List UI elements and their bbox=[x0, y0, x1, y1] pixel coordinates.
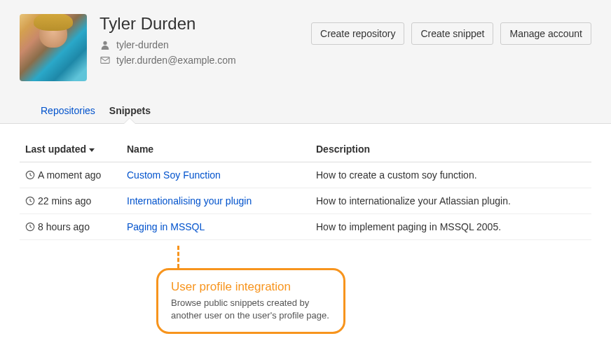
action-buttons: Create repository Create snippet Manage … bbox=[311, 22, 591, 45]
person-icon bbox=[99, 39, 111, 50]
username-text: tyler-durden bbox=[116, 39, 169, 50]
svg-point-0 bbox=[103, 41, 107, 45]
col-header-updated[interactable]: Last updated bbox=[20, 136, 121, 162]
col-header-name[interactable]: Name bbox=[121, 136, 310, 162]
updated-text: A moment ago bbox=[38, 169, 101, 181]
email-row: tyler.durden@example.com bbox=[99, 55, 311, 66]
tabs: Repositories Snippets bbox=[20, 98, 591, 123]
clock-icon bbox=[25, 222, 35, 232]
annotation-callout: User profile integration Browse public s… bbox=[156, 246, 345, 334]
create-snippet-button[interactable]: Create snippet bbox=[411, 22, 493, 45]
updated-text: 22 mins ago bbox=[38, 195, 91, 206]
profile-header: Tyler Durden tyler-durden tyler.durden@e… bbox=[0, 0, 611, 124]
profile-row: Tyler Durden tyler-durden tyler.durden@e… bbox=[20, 14, 591, 98]
callout-connector bbox=[177, 246, 179, 268]
clock-icon bbox=[25, 170, 35, 180]
tab-snippets[interactable]: Snippets bbox=[108, 98, 152, 123]
snippet-link[interactable]: Custom Soy Function bbox=[127, 169, 221, 181]
snippet-link[interactable]: Internationalising your plugin bbox=[127, 195, 252, 206]
updated-cell: A moment ago bbox=[25, 169, 116, 181]
content-area: Last updated Name Description A moment a… bbox=[0, 124, 611, 346]
callout-box: User profile integration Browse public s… bbox=[156, 268, 345, 334]
updated-text: 8 hours ago bbox=[38, 221, 90, 232]
profile-name: Tyler Durden bbox=[99, 14, 311, 34]
description-cell: How to implement paging in MSSQL 2005. bbox=[310, 214, 591, 240]
snippet-link[interactable]: Paging in MSSQL bbox=[127, 221, 205, 232]
svg-rect-1 bbox=[101, 57, 109, 64]
snippets-table: Last updated Name Description A moment a… bbox=[20, 136, 591, 240]
updated-cell: 8 hours ago bbox=[25, 221, 116, 232]
create-repository-button[interactable]: Create repository bbox=[311, 22, 404, 45]
description-cell: How to internationalize your Atlassian p… bbox=[310, 188, 591, 214]
callout-title: User profile integration bbox=[171, 280, 331, 294]
description-cell: How to create a custom soy function. bbox=[310, 162, 591, 188]
email-text: tyler.durden@example.com bbox=[116, 55, 236, 66]
tab-repositories[interactable]: Repositories bbox=[39, 98, 97, 123]
clock-icon bbox=[25, 196, 35, 206]
table-row: 22 mins ago Internationalising your plug… bbox=[20, 188, 591, 214]
table-row: A moment ago Custom Soy Function How to … bbox=[20, 162, 591, 188]
callout-text: Browse public snippets created by anothe… bbox=[171, 297, 331, 322]
mail-icon bbox=[99, 55, 111, 66]
col-header-description[interactable]: Description bbox=[310, 136, 591, 162]
avatar bbox=[20, 14, 87, 81]
manage-account-button[interactable]: Manage account bbox=[500, 22, 591, 45]
table-row: 8 hours ago Paging in MSSQL How to imple… bbox=[20, 214, 591, 240]
username-row: tyler-durden bbox=[99, 39, 311, 50]
profile-info: Tyler Durden tyler-durden tyler.durden@e… bbox=[99, 14, 311, 70]
updated-cell: 22 mins ago bbox=[25, 195, 116, 206]
